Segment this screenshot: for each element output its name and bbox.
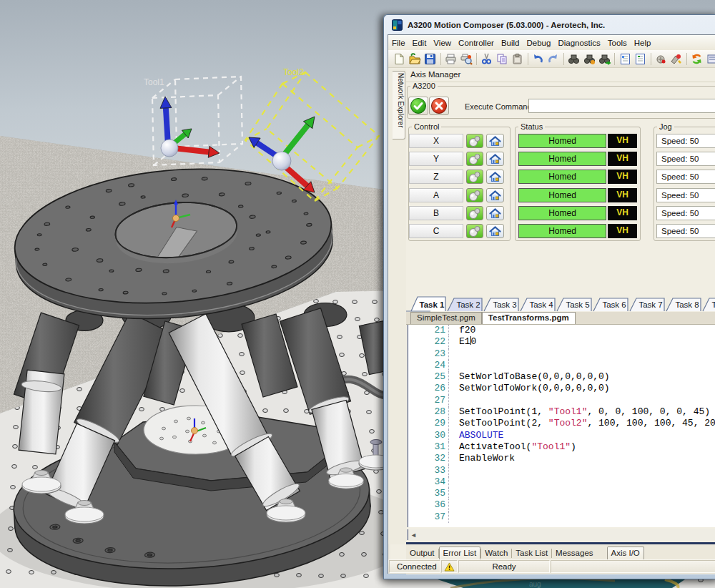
svg-text:Task 9: Task 9 xyxy=(711,300,715,309)
svg-text:Task 5: Task 5 xyxy=(566,300,589,309)
svg-text:Tool2: Tool2 xyxy=(283,67,304,77)
svg-text:Task 1: Task 1 xyxy=(420,300,445,309)
svg-text:Task 8: Task 8 xyxy=(675,300,699,309)
svg-text:aug: aug xyxy=(529,580,541,588)
svg-text:Task 4: Task 4 xyxy=(529,300,553,309)
svg-text:Task 6: Task 6 xyxy=(602,300,626,309)
svg-text:Task 2: Task 2 xyxy=(456,300,480,309)
svg-text:Tool1: Tool1 xyxy=(144,77,164,87)
svg-text:Task 7: Task 7 xyxy=(638,300,662,309)
svg-text:Task 3: Task 3 xyxy=(493,300,516,309)
